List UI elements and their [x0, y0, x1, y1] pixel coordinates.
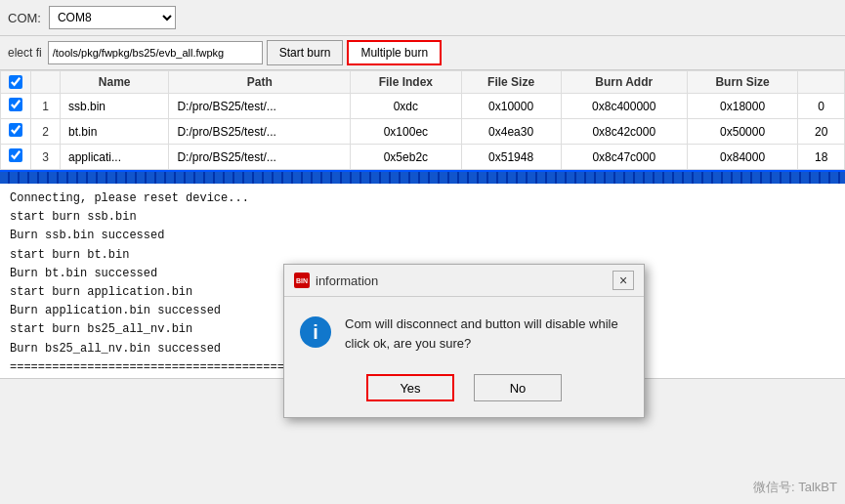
file-path-input[interactable] [48, 41, 263, 64]
row-checkbox[interactable] [9, 98, 22, 111]
com-select[interactable]: COM8 [49, 6, 176, 29]
col-header-file-index: File Index [351, 71, 462, 94]
row-path: D:/pro/BS25/test/... [169, 119, 351, 145]
row-burn-addr: 0x8c42c000 [561, 119, 687, 145]
row-name: ssb.bin [61, 94, 169, 119]
row-num: 1 [31, 94, 61, 119]
row-checkbox-cell[interactable] [1, 119, 31, 145]
log-line: Connecting, please reset device... [10, 189, 835, 208]
row-file-index: 0xdc [351, 94, 462, 119]
col-header-burn-size: Burn Size [687, 71, 797, 94]
file-select-label: elect fi [8, 46, 42, 60]
row-checkbox[interactable] [9, 123, 22, 137]
dialog-message: Com will disconnect and button will disa… [345, 315, 628, 353]
row-burn-size: 0x18000 [687, 94, 797, 119]
row-burn-addr: 0x8c400000 [561, 94, 687, 119]
table-row: 3 applicati... D:/pro/BS25/test/... 0x5e… [1, 145, 845, 170]
dialog-title-bar: BIN information × [284, 265, 644, 297]
row-checkbox[interactable] [9, 148, 22, 162]
row-extra: 18 [798, 145, 845, 170]
table-row: 2 bt.bin D:/pro/BS25/test/... 0x100ec 0x… [1, 119, 845, 145]
row-burn-size: 0x50000 [687, 119, 797, 145]
row-checkbox-cell[interactable] [1, 145, 31, 170]
col-header-num [31, 71, 61, 94]
row-path: D:/pro/BS25/test/... [169, 94, 351, 119]
col-header-name: Name [61, 71, 169, 94]
top-bar: COM: COM8 [0, 0, 845, 36]
log-line: start burn ssb.bin [10, 208, 835, 227]
table-row: 1 ssb.bin D:/pro/BS25/test/... 0xdc 0x10… [1, 94, 845, 119]
dialog-info-icon: i [300, 316, 331, 348]
dialog-title-left: BIN information [294, 273, 378, 288]
row-name: applicati... [61, 145, 169, 170]
row-burn-size: 0x84000 [687, 145, 797, 170]
row-num: 3 [31, 145, 61, 170]
row-extra: 20 [798, 119, 845, 145]
start-burn-button[interactable]: Start burn [267, 40, 344, 65]
multiple-burn-button[interactable]: Multiple burn [347, 40, 442, 65]
col-header-extra [798, 71, 845, 94]
dialog-title-text: information [316, 273, 378, 288]
dialog-body: i Com will disconnect and button will di… [284, 297, 644, 364]
row-name: bt.bin [61, 119, 169, 145]
dialog-no-button[interactable]: No [474, 374, 562, 401]
row-burn-addr: 0x8c47c000 [561, 145, 687, 170]
information-dialog: BIN information × i Com will disconnect … [283, 264, 645, 418]
row-file-size: 0x51948 [461, 145, 561, 170]
file-table-wrapper: Name Path File Index File Size Burn Addr… [0, 70, 845, 172]
row-file-size: 0x10000 [461, 94, 561, 119]
dialog-buttons: Yes No [284, 364, 644, 417]
col-header-path: Path [169, 71, 351, 94]
header-checkbox[interactable] [9, 75, 22, 89]
col-header-burn-addr: Burn Addr [561, 71, 687, 94]
row-extra: 0 [798, 94, 845, 119]
row-file-size: 0x4ea30 [461, 119, 561, 145]
toolbar-row: elect fi Start burn Multiple burn [0, 36, 845, 70]
blue-stripe-separator [0, 172, 845, 184]
log-line: start burn bt.bin [10, 246, 835, 265]
log-line: Burn ssb.bin successed [10, 227, 835, 245]
col-header-file-size: File Size [461, 71, 561, 94]
dialog-close-button[interactable]: × [613, 271, 634, 290]
row-num: 2 [31, 119, 61, 145]
watermark: 微信号: TalkBT [753, 479, 837, 496]
row-file-index: 0x100ec [351, 119, 462, 145]
row-path: D:/pro/BS25/test/... [169, 145, 351, 170]
header-checkbox-cell[interactable] [1, 71, 31, 94]
row-checkbox-cell[interactable] [1, 94, 31, 119]
file-table: Name Path File Index File Size Burn Addr… [0, 70, 845, 170]
dialog-yes-button[interactable]: Yes [366, 374, 454, 401]
com-label: COM: [8, 11, 41, 25]
dialog-app-icon: BIN [294, 273, 310, 288]
row-file-index: 0x5eb2c [351, 145, 462, 170]
